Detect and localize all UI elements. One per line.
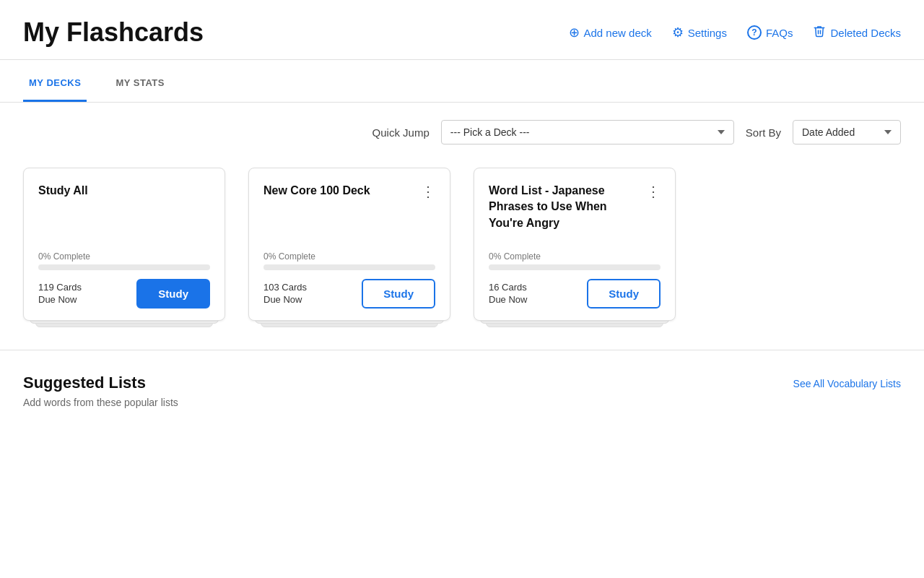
trash-icon (813, 25, 826, 41)
controls-row: Quick Jump --- Pick a Deck --- Study All… (0, 103, 924, 156)
deck-title: Word List - Japanese Phrases to Use When… (489, 183, 640, 231)
study-button-study-all[interactable]: Study (136, 279, 210, 309)
deck-card-new-core-100: New Core 100 Deck ⋮ 0% Complete 103 Card… (248, 168, 450, 321)
deck-card-header: Word List - Japanese Phrases to Use When… (489, 183, 661, 231)
question-icon: ? (747, 25, 762, 40)
deck-card-footer: 0% Complete 16 Cards Due Now Study (489, 251, 661, 309)
suggested-section: Suggested Lists Add words from these pop… (0, 350, 924, 426)
settings-button[interactable]: ⚙ Settings (672, 25, 727, 40)
header-actions: ⊕ Add new deck ⚙ Settings ? FAQs Deleted… (569, 25, 902, 41)
deck-title: Study All (38, 183, 210, 199)
suggested-title: Suggested Lists (23, 374, 178, 392)
progress-bar-bg (489, 264, 661, 270)
deck-card-header: Study All (38, 183, 210, 199)
deleted-decks-button[interactable]: Deleted Decks (813, 25, 901, 41)
cards-due: 16 Cards Due Now (489, 282, 527, 306)
study-button-word-list-japanese[interactable]: Study (587, 279, 661, 309)
plus-circle-icon: ⊕ (569, 25, 580, 40)
progress-label: 0% Complete (263, 251, 435, 262)
suggested-left: Suggested Lists Add words from these pop… (23, 374, 178, 408)
deck-menu-icon[interactable]: ⋮ (640, 183, 661, 200)
page-title: My Flashcards (23, 17, 204, 48)
progress-container: 0% Complete (489, 251, 661, 270)
header: My Flashcards ⊕ Add new deck ⚙ Settings … (0, 0, 924, 60)
progress-bar-bg (38, 264, 210, 270)
quick-jump-label: Quick Jump (372, 126, 430, 139)
deck-title: New Core 100 Deck (263, 183, 415, 199)
sort-by-label: Sort By (746, 126, 781, 139)
deck-card-word-list-japanese: Word List - Japanese Phrases to Use When… (474, 168, 676, 321)
deck-actions: 119 Cards Due Now Study (38, 279, 210, 309)
add-new-deck-button[interactable]: ⊕ Add new deck (569, 25, 652, 40)
deck-card-study-all: Study All 0% Complete 119 Cards Due Now … (23, 168, 225, 321)
progress-label: 0% Complete (38, 251, 210, 262)
progress-bar-bg (263, 264, 435, 270)
study-button-new-core-100[interactable]: Study (362, 279, 435, 309)
cards-due: 103 Cards Due Now (263, 282, 307, 306)
faqs-button[interactable]: ? FAQs (747, 25, 793, 40)
deck-card-footer: 0% Complete 103 Cards Due Now Study (263, 251, 435, 309)
see-all-vocabulary-link[interactable]: See All Vocabulary Lists (793, 378, 901, 389)
deck-card-header: New Core 100 Deck ⋮ (263, 183, 435, 200)
deck-actions: 103 Cards Due Now Study (263, 279, 435, 309)
tab-my-decks[interactable]: MY DECKS (23, 66, 87, 102)
deck-card-footer: 0% Complete 119 Cards Due Now Study (38, 251, 210, 309)
tab-my-stats[interactable]: MY STATS (110, 66, 170, 102)
progress-container: 0% Complete (38, 251, 210, 270)
deck-menu-icon[interactable]: ⋮ (415, 183, 435, 200)
decks-area: Study All 0% Complete 119 Cards Due Now … (0, 156, 924, 332)
sort-by-select[interactable]: Date Added Alphabetical Cards Due (793, 120, 901, 144)
progress-label: 0% Complete (489, 251, 661, 262)
progress-container: 0% Complete (263, 251, 435, 270)
gear-icon: ⚙ (672, 25, 684, 40)
quick-jump-select[interactable]: --- Pick a Deck --- Study All New Core 1… (441, 120, 734, 144)
cards-due: 119 Cards Due Now (38, 282, 82, 306)
deck-actions: 16 Cards Due Now Study (489, 279, 661, 309)
suggested-subtitle: Add words from these popular lists (23, 397, 178, 408)
tabs: MY DECKS MY STATS (0, 66, 924, 103)
